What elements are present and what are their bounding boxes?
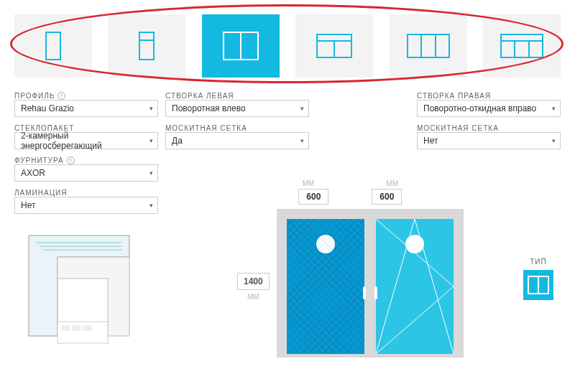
- svg-rect-20: [58, 322, 108, 343]
- svg-rect-22: [72, 325, 80, 331]
- type-single[interactable]: [14, 14, 92, 78]
- help-icon[interactable]: ?: [67, 157, 75, 164]
- sash-right-preview: [372, 215, 458, 358]
- svg-rect-23: [83, 325, 91, 331]
- sash-left-select[interactable]: Поворотная влево: [165, 100, 309, 117]
- type-triple-top[interactable]: [483, 14, 561, 78]
- window-preview: [277, 209, 464, 358]
- handle-icon: [363, 286, 366, 299]
- type-badge: ТИП: [523, 258, 553, 300]
- svg-rect-0: [46, 32, 60, 60]
- profile-image: [14, 221, 144, 350]
- type-double[interactable]: [202, 14, 280, 78]
- svg-rect-1: [139, 32, 154, 60]
- sash-right-select[interactable]: Поворотно-откидная вправо: [417, 100, 561, 117]
- type-single-top[interactable]: [108, 14, 185, 78]
- type-double-top[interactable]: [295, 14, 373, 78]
- width2-input[interactable]: 600: [372, 189, 402, 205]
- mesh-right-select[interactable]: Нет: [417, 132, 561, 149]
- svg-line-24: [376, 219, 454, 286]
- sash-left-label: СТВОРКА ЛЕВАЯ: [165, 92, 309, 100]
- lamination-label: ЛАМИНАЦИЯ: [14, 189, 158, 197]
- type-triple[interactable]: [390, 14, 467, 78]
- svg-rect-8: [408, 34, 449, 57]
- mesh-left-select[interactable]: Да: [165, 132, 309, 149]
- window-type-row: [14, 7, 561, 92]
- mesh-left-label: МОСКИТНАЯ СЕТКА: [165, 124, 309, 132]
- glazing-select[interactable]: 2-камерный энергосберегающий: [14, 132, 158, 149]
- sash-right-label: СТВОРКА ПРАВАЯ: [417, 92, 561, 100]
- vent-icon: [316, 235, 335, 253]
- mesh-right-label: МОСКИТНАЯ СЕТКА: [417, 124, 561, 132]
- svg-line-25: [376, 286, 454, 354]
- help-icon[interactable]: ?: [58, 92, 65, 100]
- profile-select[interactable]: Rehau Grazio: [14, 100, 158, 117]
- highlight-ellipse: [10, 4, 564, 83]
- width1-input[interactable]: 600: [298, 189, 328, 205]
- svg-rect-11: [501, 34, 543, 57]
- height-input[interactable]: 1400: [237, 273, 270, 290]
- mm-label: ММ: [386, 179, 398, 187]
- svg-rect-21: [61, 325, 70, 331]
- sash-left-preview: [282, 215, 369, 358]
- hardware-label: ФУРНИТУРА?: [14, 157, 158, 164]
- lamination-select[interactable]: Нет: [14, 197, 158, 214]
- svg-line-27: [415, 219, 454, 354]
- type-badge-button[interactable]: [523, 270, 553, 300]
- svg-line-26: [376, 219, 415, 354]
- mm-label: ММ: [303, 179, 315, 187]
- hardware-select[interactable]: AXOR: [14, 164, 158, 182]
- mm-label: ММ: [247, 293, 259, 301]
- profile-label: ПРОФИЛЬ?: [14, 92, 158, 100]
